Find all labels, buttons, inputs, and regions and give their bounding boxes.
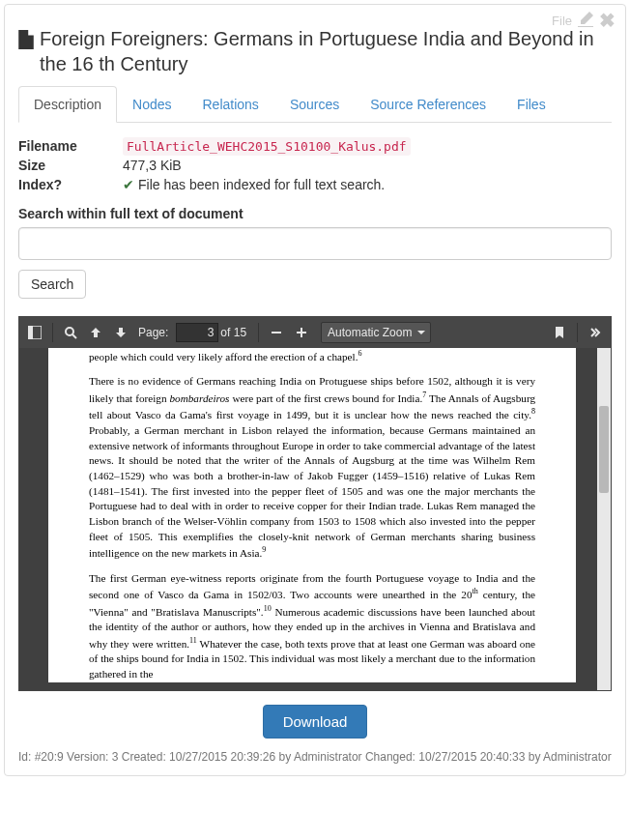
tools-menu-icon[interactable] (584, 321, 607, 344)
zoom-select[interactable]: Automatic Zoom (321, 322, 431, 343)
meta-table: Filename FullArticle_WEHC2015_S10100_Kal… (18, 138, 612, 192)
file-type-label: File (552, 14, 572, 28)
record-footer: Id: #20:9 Version: 3 Created: 10/27/2015… (18, 748, 612, 766)
search-button[interactable]: Search (18, 270, 86, 299)
size-value: 477,3 KiB (123, 158, 612, 173)
next-page-icon[interactable] (109, 321, 132, 344)
check-icon: ✔ (123, 177, 134, 192)
page-label: Page: (138, 326, 168, 339)
scrollbar[interactable] (597, 348, 611, 690)
tab-files[interactable]: Files (501, 86, 561, 123)
search-input[interactable] (18, 227, 612, 260)
tabs: Description Nodes Relations Sources Sour… (18, 86, 612, 123)
bookmark-icon[interactable] (548, 321, 571, 344)
filename-label: Filename (18, 138, 123, 154)
download-button[interactable]: Download (263, 705, 368, 739)
svg-line-3 (72, 334, 76, 338)
svg-rect-4 (272, 332, 281, 333)
tab-source-references[interactable]: Source References (355, 86, 501, 123)
tab-relations[interactable]: Relations (187, 86, 274, 123)
index-label: Index? (18, 177, 123, 192)
svg-point-2 (66, 328, 73, 335)
tab-description[interactable]: Description (18, 86, 117, 123)
zoom-out-icon[interactable] (265, 321, 288, 344)
svg-rect-1 (28, 326, 33, 339)
pdf-viewer: Page: of 15 Automatic Zoom people which … (18, 316, 612, 691)
filename-value: FullArticle_WEHC2015_S10100_Kalus.pdf (123, 137, 411, 156)
edit-icon[interactable] (578, 12, 593, 30)
find-icon[interactable] (59, 321, 82, 344)
zoom-in-icon[interactable] (290, 321, 313, 344)
search-label: Search within full text of document (18, 206, 612, 221)
size-label: Size (18, 158, 123, 173)
tab-nodes[interactable]: Nodes (117, 86, 186, 123)
pdf-toolbar: Page: of 15 Automatic Zoom (19, 317, 611, 348)
page-count: of 15 (220, 326, 246, 339)
prev-page-icon[interactable] (84, 321, 107, 344)
svg-rect-6 (301, 328, 302, 337)
page-number-input[interactable] (176, 323, 218, 342)
file-icon (18, 30, 34, 49)
page-title: Foreign Foreigners: Germans in Portugues… (40, 26, 612, 76)
sidebar-toggle-icon[interactable] (23, 321, 46, 344)
close-icon[interactable]: ✖ (599, 11, 616, 30)
scrollbar-thumb[interactable] (599, 406, 609, 493)
index-status: File has been indexed for full text sear… (138, 177, 385, 192)
tab-sources[interactable]: Sources (274, 86, 355, 123)
pdf-page: people which could very likely afford th… (48, 348, 576, 682)
